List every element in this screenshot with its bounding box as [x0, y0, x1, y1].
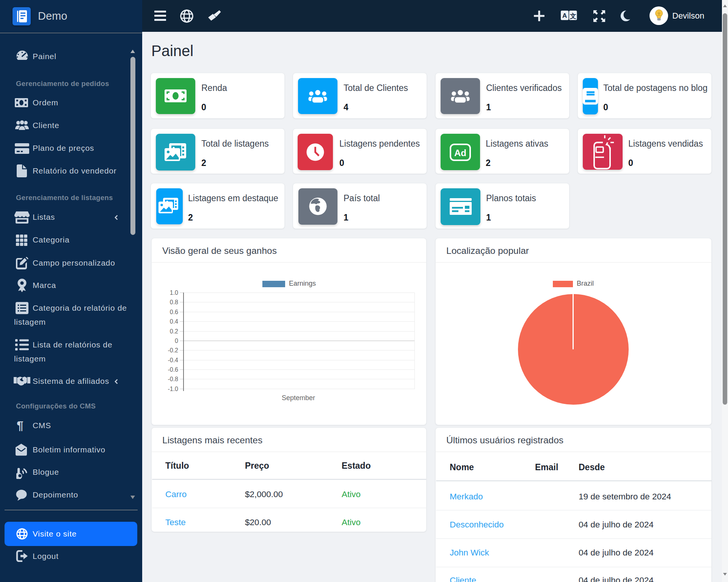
svg-text:Ad: Ad — [454, 148, 466, 158]
svg-text:A: A — [562, 12, 567, 19]
svg-text:文: 文 — [570, 13, 576, 20]
